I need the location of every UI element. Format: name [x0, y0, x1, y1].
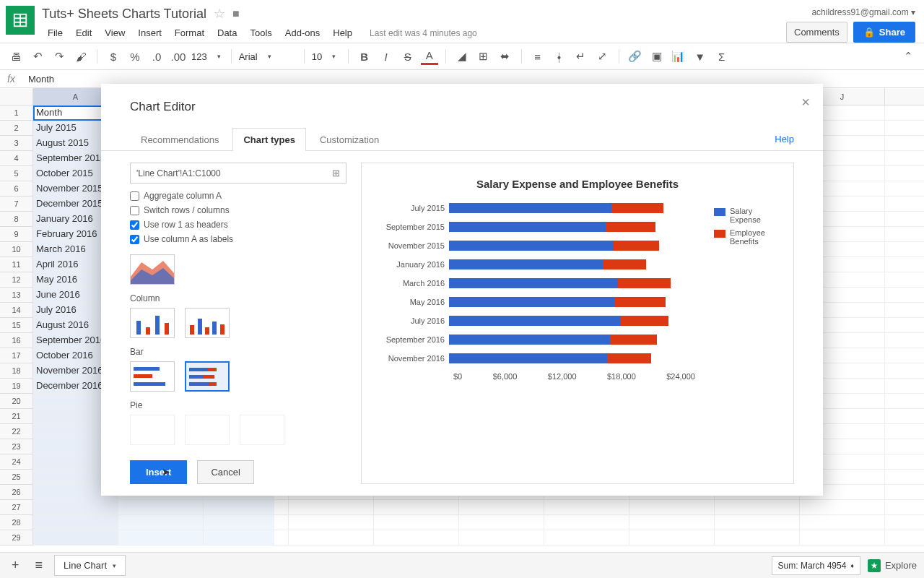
- cell[interactable]: [800, 530, 885, 545]
- row-header[interactable]: 12: [0, 272, 33, 288]
- folder-icon[interactable]: ■: [232, 7, 240, 20]
- column-header[interactable]: K: [885, 88, 924, 105]
- select-all-corner[interactable]: [0, 88, 33, 105]
- cell[interactable]: [885, 181, 924, 197]
- menu-view[interactable]: View: [99, 25, 131, 41]
- cell[interactable]: [204, 500, 289, 515]
- help-link[interactable]: Help: [775, 134, 794, 150]
- menu-tools[interactable]: Tools: [244, 25, 277, 41]
- fill-color-icon[interactable]: ◢: [453, 48, 471, 65]
- menu-insert[interactable]: Insert: [132, 25, 167, 41]
- row-header[interactable]: 26: [0, 485, 33, 500]
- last-edit-text[interactable]: Last edit was 4 minutes ago: [364, 25, 483, 41]
- cell[interactable]: [715, 500, 800, 515]
- pie-chart-thumb-2[interactable]: [185, 415, 230, 445]
- cell[interactable]: [885, 363, 924, 379]
- row-header[interactable]: 1: [0, 105, 33, 121]
- row-header[interactable]: 21: [0, 409, 33, 424]
- undo-icon[interactable]: ↶: [29, 48, 46, 65]
- row-header[interactable]: 16: [0, 333, 33, 348]
- cell[interactable]: [629, 515, 715, 530]
- cell[interactable]: [118, 500, 204, 515]
- row-header[interactable]: 24: [0, 454, 33, 470]
- bold-icon[interactable]: B: [356, 48, 373, 65]
- cell[interactable]: [374, 530, 459, 545]
- cell[interactable]: [885, 333, 924, 348]
- cell[interactable]: [204, 515, 289, 530]
- cell[interactable]: [800, 515, 885, 530]
- cell[interactable]: [204, 530, 289, 545]
- pie-chart-thumb-3[interactable]: [240, 415, 284, 445]
- cell[interactable]: [885, 424, 924, 439]
- menu-addons[interactable]: Add-ons: [279, 25, 326, 41]
- menu-edit[interactable]: Edit: [70, 25, 97, 41]
- cell[interactable]: [885, 197, 924, 212]
- cell[interactable]: [544, 500, 629, 515]
- cell[interactable]: [544, 530, 629, 545]
- formula-input[interactable]: Month: [28, 74, 54, 85]
- cell[interactable]: [885, 212, 924, 227]
- tab-recommendations[interactable]: Recommendations: [130, 128, 230, 151]
- cell[interactable]: [885, 272, 924, 288]
- paint-format-icon[interactable]: 🖌: [72, 48, 90, 65]
- row-header[interactable]: 20: [0, 394, 33, 409]
- aggregate-checkbox[interactable]: Aggregate column A: [130, 191, 346, 201]
- cell[interactable]: [885, 409, 924, 424]
- row-header[interactable]: 22: [0, 424, 33, 439]
- cell[interactable]: [544, 515, 629, 530]
- add-sheet-button[interactable]: +: [7, 555, 24, 576]
- cell[interactable]: [885, 227, 924, 242]
- cell[interactable]: [289, 515, 374, 530]
- row-header[interactable]: 29: [0, 530, 33, 545]
- comment-icon[interactable]: ▣: [648, 48, 666, 65]
- row-header[interactable]: 8: [0, 212, 33, 227]
- menu-help[interactable]: Help: [327, 25, 358, 41]
- number-format-dropdown[interactable]: 123: [191, 51, 224, 62]
- cell[interactable]: [885, 515, 924, 530]
- cell[interactable]: [885, 470, 924, 485]
- cell[interactable]: [118, 515, 204, 530]
- cell[interactable]: [885, 348, 924, 363]
- cell[interactable]: [885, 288, 924, 303]
- decrease-decimal-icon[interactable]: .0: [148, 48, 165, 65]
- cell[interactable]: [885, 379, 924, 394]
- menu-data[interactable]: Data: [212, 25, 243, 41]
- font-family-dropdown[interactable]: Arial: [239, 51, 297, 62]
- row-header[interactable]: 15: [0, 318, 33, 333]
- menu-file[interactable]: File: [42, 25, 69, 41]
- chevron-down-icon[interactable]: ▾: [113, 562, 116, 569]
- use-row1-checkbox[interactable]: Use row 1 as headers: [130, 220, 346, 230]
- cancel-button[interactable]: Cancel: [197, 460, 253, 484]
- italic-icon[interactable]: I: [378, 48, 395, 65]
- doc-title[interactable]: Tuts+ Sheets Charts Tutorial: [42, 7, 206, 22]
- v-align-icon[interactable]: ⍿: [551, 48, 568, 65]
- strikethrough-icon[interactable]: S: [399, 48, 417, 65]
- row-header[interactable]: 7: [0, 197, 33, 212]
- sheets-logo[interactable]: [6, 6, 35, 35]
- cell[interactable]: [289, 500, 374, 515]
- row-header[interactable]: 10: [0, 242, 33, 257]
- h-align-icon[interactable]: ≡: [529, 48, 546, 65]
- cell[interactable]: [33, 530, 118, 545]
- cell[interactable]: [33, 515, 118, 530]
- expand-toolbar-icon[interactable]: ⌃: [899, 48, 917, 65]
- cell[interactable]: [33, 500, 118, 515]
- all-sheets-button[interactable]: ≡: [31, 555, 48, 576]
- row-header[interactable]: 5: [0, 166, 33, 181]
- text-color-icon[interactable]: A: [421, 48, 438, 65]
- star-icon[interactable]: ☆: [214, 6, 225, 22]
- row-header[interactable]: 9: [0, 227, 33, 242]
- row-header[interactable]: 27: [0, 500, 33, 515]
- user-email[interactable]: achildress91@gmail.com ▾: [811, 7, 915, 17]
- row-header[interactable]: 13: [0, 288, 33, 303]
- row-header[interactable]: 14: [0, 303, 33, 318]
- cell[interactable]: [885, 530, 924, 545]
- row-header[interactable]: 2: [0, 121, 33, 136]
- column-chart-thumb-1[interactable]: [130, 308, 175, 338]
- cell[interactable]: [800, 500, 885, 515]
- percent-icon[interactable]: %: [126, 48, 144, 65]
- cell[interactable]: [459, 530, 544, 545]
- cell[interactable]: [885, 136, 924, 151]
- cell[interactable]: [885, 485, 924, 500]
- borders-icon[interactable]: ⊞: [475, 48, 492, 65]
